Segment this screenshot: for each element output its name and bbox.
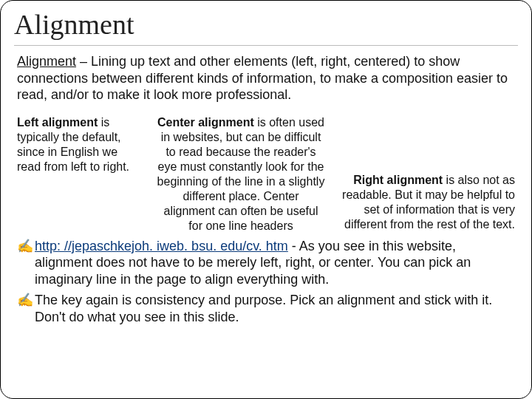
bullet-1-text: The key again is consistency and purpose… [35, 293, 492, 324]
left-alignment-column: Left alignment is typically the default,… [17, 114, 143, 233]
alignment-columns: Left alignment is typically the default,… [17, 114, 515, 233]
right-alignment-inner: Right alignment is also not as readable.… [339, 173, 515, 233]
hand-script-icon: ✍ [17, 238, 35, 288]
bullet-body: The key again is consistency and purpose… [35, 292, 515, 325]
definition-term: Alignment [17, 54, 76, 69]
bullet-body: http: //jepaschkejoh. iweb. bsu. edu/cv.… [35, 238, 515, 288]
definition-paragraph: Alignment – Lining up text and other ele… [17, 53, 515, 103]
bullet-item: ✍ The key again is consistency and purpo… [17, 292, 515, 325]
right-alignment-bold: Right alignment [353, 174, 443, 186]
definition-rest: – Lining up text and other elements (lef… [17, 54, 508, 102]
slide-title: Alignment [14, 8, 518, 41]
center-alignment-bold: Center alignment [157, 116, 254, 129]
title-divider [14, 45, 518, 46]
right-alignment-column: Right alignment is also not as readable.… [339, 114, 515, 233]
bullet-list: ✍ http: //jepaschkejoh. iweb. bsu. edu/c… [17, 238, 515, 326]
center-alignment-column: Center alignment is often used in websit… [156, 114, 326, 233]
hand-script-icon: ✍ [17, 292, 35, 325]
example-link[interactable]: http: //jepaschkejoh. iweb. bsu. edu/cv.… [35, 239, 288, 253]
center-alignment-text: is often used in websites, but can be di… [157, 116, 325, 232]
bullet-item: ✍ http: //jepaschkejoh. iweb. bsu. edu/c… [17, 238, 515, 288]
left-alignment-bold: Left alignment [17, 116, 98, 129]
slide-frame: Alignment Alignment – Lining up text and… [0, 0, 532, 399]
